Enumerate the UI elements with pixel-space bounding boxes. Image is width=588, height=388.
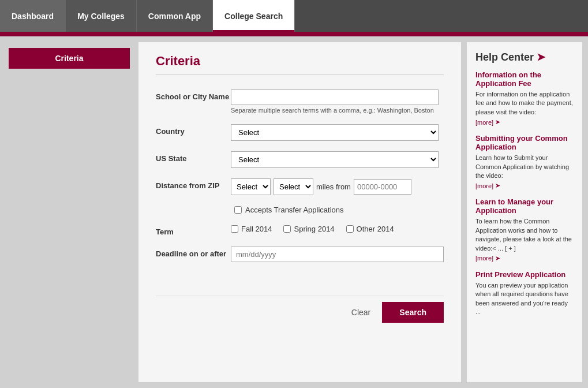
term-option-spring: Spring 2014 bbox=[283, 225, 334, 233]
help-more-arrow-icon-2: ➤ bbox=[495, 182, 500, 189]
us-state-field: Select bbox=[231, 151, 444, 168]
help-item-print: Print Preview Application You can previe… bbox=[475, 270, 574, 317]
form-actions: Clear Search bbox=[156, 296, 444, 323]
tab-dashboard[interactable]: Dashboard bbox=[0, 0, 66, 32]
help-item-app-fee-title: Information on the Application Fee bbox=[475, 70, 574, 88]
search-button[interactable]: Search bbox=[382, 302, 444, 323]
miles-label: miles from bbox=[316, 182, 351, 191]
help-more-arrow-icon-3: ➤ bbox=[495, 255, 500, 262]
criteria-form: School or City Name Separate multiple se… bbox=[156, 84, 444, 278]
help-item-manage-more[interactable]: [more] ➤ bbox=[475, 255, 574, 262]
help-item-submit-title: Submitting your Common Application bbox=[475, 134, 574, 151]
page-layout: Criteria Criteria School or City Name Se… bbox=[0, 36, 588, 388]
distance-select-2[interactable]: Select bbox=[274, 178, 313, 195]
term-fall-checkbox[interactable] bbox=[231, 225, 238, 233]
accent-bar bbox=[0, 32, 588, 36]
deadline-field bbox=[231, 247, 444, 262]
zip-input[interactable] bbox=[354, 179, 411, 195]
help-title: Help Center ➤ bbox=[475, 51, 574, 64]
transfer-label: Accepts Transfer Applications bbox=[245, 206, 344, 214]
country-label: Country bbox=[156, 124, 231, 136]
us-state-select[interactable]: Select bbox=[231, 151, 439, 168]
tab-common-app[interactable]: Common App bbox=[137, 0, 213, 32]
help-more-arrow-icon: ➤ bbox=[495, 118, 500, 126]
term-option-fall: Fall 2014 bbox=[231, 225, 272, 233]
distance-field: Select Select miles from bbox=[231, 178, 444, 195]
deadline-input[interactable] bbox=[231, 247, 444, 262]
term-spring-label: Spring 2014 bbox=[294, 225, 334, 233]
distance-label: Distance from ZIP bbox=[156, 178, 231, 190]
main-content: Criteria School or City Name Separate mu… bbox=[138, 42, 461, 382]
school-city-field: Separate multiple search terms with a co… bbox=[231, 89, 444, 114]
distance-row: Distance from ZIP Select Select miles fr… bbox=[156, 178, 444, 195]
term-other-label: Other 2014 bbox=[357, 225, 394, 233]
left-sidebar: Criteria bbox=[0, 36, 138, 388]
help-item-submit-more[interactable]: [more] ➤ bbox=[475, 182, 574, 189]
term-spring-checkbox[interactable] bbox=[283, 225, 291, 233]
page-title: Criteria bbox=[156, 54, 444, 75]
help-sidebar: Help Center ➤ Information on the Applica… bbox=[467, 42, 582, 382]
tab-my-colleges[interactable]: My Colleges bbox=[66, 0, 137, 32]
transfer-row: Accepts Transfer Applications bbox=[156, 206, 444, 214]
school-city-hint: Separate multiple search terms with a co… bbox=[231, 107, 444, 114]
tab-college-search[interactable]: College Search bbox=[213, 0, 295, 32]
us-state-label: US State bbox=[156, 151, 231, 163]
us-state-row: US State Select bbox=[156, 151, 444, 168]
transfer-checkbox[interactable] bbox=[234, 206, 242, 214]
school-city-label: School or City Name bbox=[156, 89, 231, 101]
school-city-row: School or City Name Separate multiple se… bbox=[156, 89, 444, 114]
help-item-submit-text: Learn how to Submit your Common Applicat… bbox=[475, 154, 574, 180]
help-item-manage-title: Learn to Manage your Application bbox=[475, 197, 574, 215]
deadline-row: Deadline on or after bbox=[156, 247, 444, 262]
country-field: Select bbox=[231, 124, 444, 141]
help-item-manage-app: Learn to Manage your Application To lear… bbox=[475, 197, 574, 262]
help-item-app-fee: Information on the Application Fee For i… bbox=[475, 70, 574, 126]
clear-button[interactable]: Clear bbox=[351, 308, 370, 317]
help-item-submit-app: Submitting your Common Application Learn… bbox=[475, 134, 574, 189]
help-item-print-text: You can preview your application when al… bbox=[475, 281, 574, 317]
help-arrow-icon: ➤ bbox=[537, 51, 545, 64]
term-label: Term bbox=[156, 225, 231, 236]
term-other-checkbox[interactable] bbox=[346, 225, 354, 233]
country-select[interactable]: Select bbox=[231, 124, 439, 141]
criteria-sidebar-button[interactable]: Criteria bbox=[9, 48, 130, 69]
distance-select-1[interactable]: Select bbox=[231, 178, 271, 195]
country-row: Country Select bbox=[156, 124, 444, 141]
help-item-app-fee-more[interactable]: [more] ➤ bbox=[475, 118, 574, 126]
term-field: Fall 2014 Spring 2014 Other 2014 bbox=[231, 225, 444, 233]
deadline-label: Deadline on or after bbox=[156, 247, 231, 258]
school-city-input[interactable] bbox=[231, 89, 439, 105]
term-option-other: Other 2014 bbox=[346, 225, 394, 233]
term-row: Term Fall 2014 Spring 2014 O bbox=[156, 225, 444, 236]
help-item-print-title: Print Preview Application bbox=[475, 270, 574, 279]
help-item-manage-text: To learn how the Common Application work… bbox=[475, 217, 574, 253]
help-item-app-fee-text: For information on the application fee a… bbox=[475, 90, 574, 117]
top-navigation: Dashboard My Colleges Common App College… bbox=[0, 0, 588, 32]
term-fall-label: Fall 2014 bbox=[241, 225, 272, 233]
